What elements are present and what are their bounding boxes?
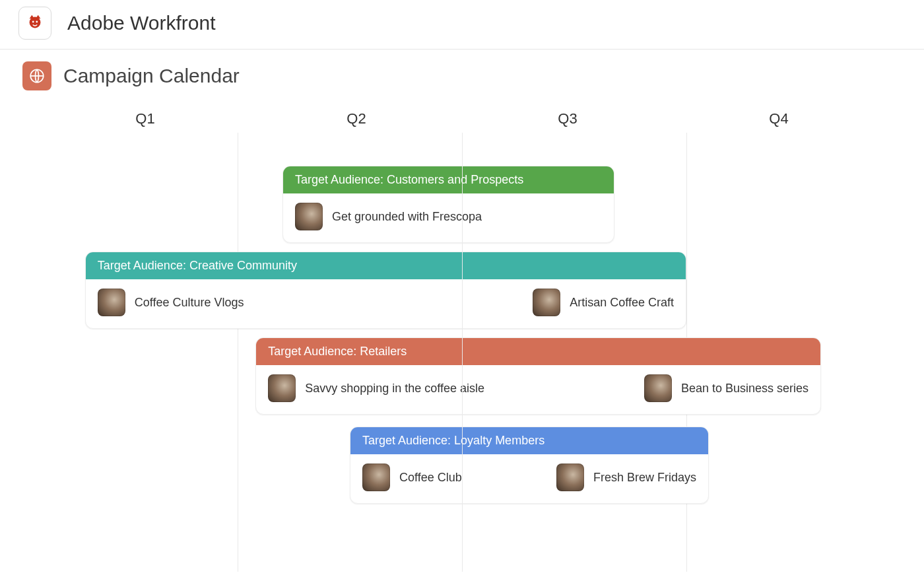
lane-body: Coffee ClubFresh Brew Fridays bbox=[350, 454, 708, 503]
app-bar: Adobe Workfront bbox=[0, 0, 924, 50]
campaign-thumbnail-icon bbox=[98, 289, 125, 316]
campaign-item[interactable]: Savvy shopping in the coffee aisle bbox=[268, 374, 484, 402]
lane-header: Target Audience: Retailers bbox=[256, 338, 820, 365]
calendar-globe-icon bbox=[22, 61, 51, 90]
app-title: Adobe Workfront bbox=[67, 12, 216, 34]
campaign-name: Get grounded with Frescopa bbox=[332, 210, 482, 224]
campaign-name: Savvy shopping in the coffee aisle bbox=[305, 382, 484, 396]
campaign-item[interactable]: Artisan Coffee Craft bbox=[533, 289, 674, 316]
lane-body: Get grounded with Frescopa bbox=[283, 193, 614, 242]
campaign-name: Coffee Club bbox=[399, 471, 462, 485]
campaign-thumbnail-icon bbox=[644, 374, 672, 402]
app-logo[interactable] bbox=[18, 7, 51, 40]
campaign-thumbnail-icon bbox=[533, 289, 560, 316]
svg-point-1 bbox=[32, 21, 34, 23]
campaign-item[interactable]: Fresh Brew Fridays bbox=[556, 464, 696, 491]
lane-body: Coffee Culture VlogsArtisan Coffee Craft bbox=[86, 279, 686, 328]
campaign-thumbnail-icon bbox=[556, 464, 584, 491]
page-title: Campaign Calendar bbox=[63, 65, 240, 87]
svg-point-2 bbox=[36, 21, 38, 23]
quarter-header-row: Q1 Q2 Q3 Q4 bbox=[0, 97, 924, 133]
campaign-item[interactable]: Get grounded with Frescopa bbox=[295, 203, 482, 230]
quarter-label-q3: Q3 bbox=[462, 110, 673, 127]
app-frame: Adobe Workfront Campaign Calendar Q1 Q2 … bbox=[0, 0, 924, 585]
campaign-item[interactable]: Bean to Business series bbox=[644, 374, 808, 402]
lane-body: Savvy shopping in the coffee aisleBean t… bbox=[256, 365, 820, 414]
campaign-thumbnail-icon bbox=[268, 374, 296, 402]
campaign-item[interactable]: Coffee Club bbox=[362, 464, 462, 491]
timeline-area: Target Audience: Customers and Prospects… bbox=[13, 133, 911, 572]
quarter-label-q1: Q1 bbox=[40, 110, 251, 127]
lane-header: Target Audience: Loyalty Members bbox=[350, 427, 708, 454]
lane-retailers[interactable]: Target Audience: RetailersSavvy shopping… bbox=[255, 337, 821, 415]
quarter-label-q2: Q2 bbox=[251, 110, 462, 127]
lion-icon bbox=[25, 12, 45, 34]
campaign-item[interactable]: Coffee Culture Vlogs bbox=[98, 289, 244, 316]
lane-header: Target Audience: Creative Community bbox=[86, 252, 686, 279]
quarter-label-q4: Q4 bbox=[673, 110, 884, 127]
campaign-thumbnail-icon bbox=[295, 203, 323, 230]
campaign-name: Artisan Coffee Craft bbox=[570, 296, 674, 310]
campaign-thumbnail-icon bbox=[362, 464, 390, 491]
lane-creative-community[interactable]: Target Audience: Creative CommunityCoffe… bbox=[85, 252, 686, 329]
campaign-name: Fresh Brew Fridays bbox=[593, 471, 696, 485]
lane-header: Target Audience: Customers and Prospects bbox=[283, 166, 614, 193]
page-header: Campaign Calendar bbox=[0, 50, 924, 97]
campaign-name: Coffee Culture Vlogs bbox=[135, 296, 244, 310]
lane-customers-prospects[interactable]: Target Audience: Customers and Prospects… bbox=[282, 166, 614, 243]
campaign-name: Bean to Business series bbox=[681, 382, 808, 396]
lane-loyalty-members[interactable]: Target Audience: Loyalty MembersCoffee C… bbox=[350, 427, 709, 504]
